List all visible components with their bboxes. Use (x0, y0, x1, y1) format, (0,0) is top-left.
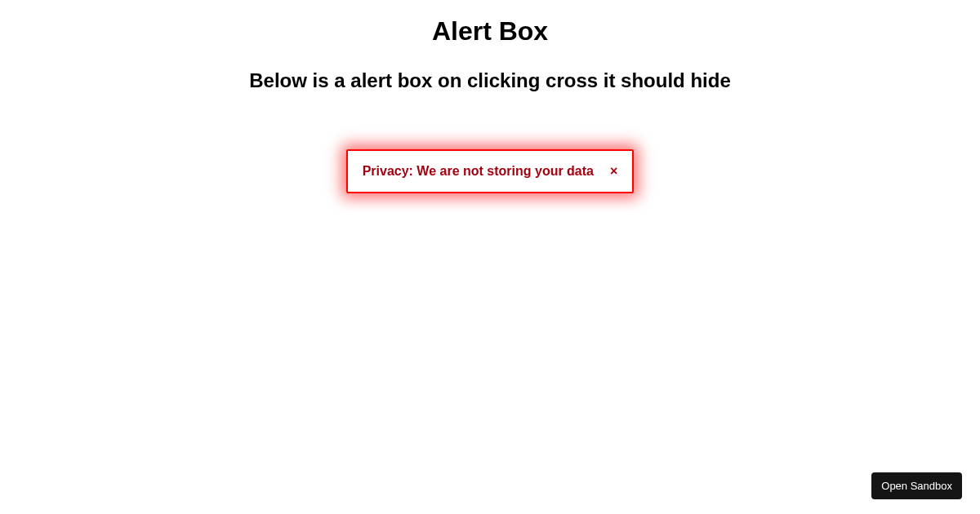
close-icon[interactable]: × (610, 165, 617, 178)
alert-message: Privacy: We are not storing your data (363, 164, 594, 179)
open-sandbox-button[interactable]: Open Sandbox (871, 472, 962, 499)
page-subtitle: Below is a alert box on clicking cross i… (0, 69, 980, 92)
page-title: Alert Box (0, 16, 980, 47)
alert-box: Privacy: We are not storing your data × (346, 149, 635, 193)
